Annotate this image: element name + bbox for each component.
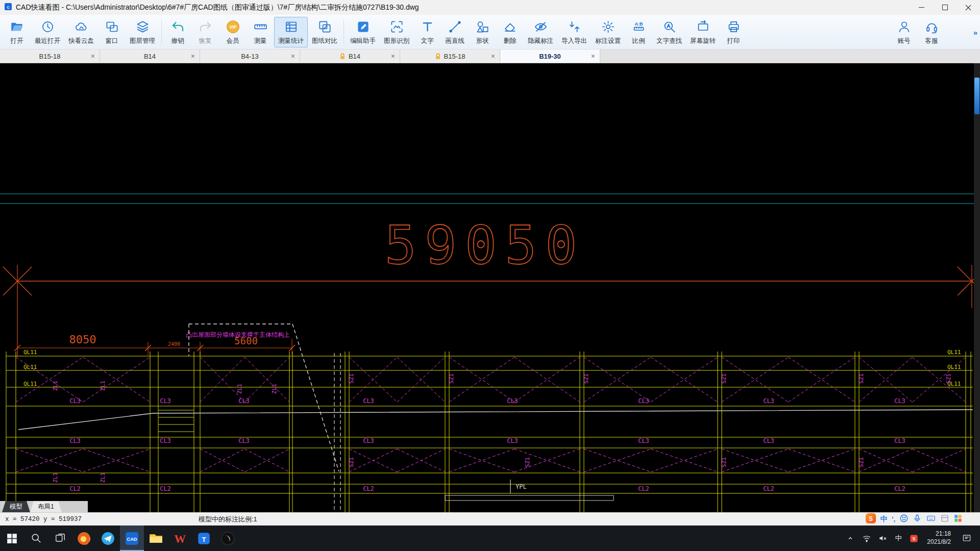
hidden-icons-chevron[interactable] (842, 534, 859, 543)
toolbar-label: 编辑助手 (350, 37, 376, 45)
ime-toolbox-icon[interactable] (953, 514, 963, 524)
doc-tab-B15-18[interactable]: B15-18× (400, 49, 500, 63)
vertical-scrollbar[interactable] (974, 63, 980, 512)
task-view-icon[interactable] (48, 525, 72, 551)
toolbar-separator (344, 20, 344, 44)
doc-tab-B4-13[interactable]: B4-13× (200, 49, 300, 63)
toolbar-vip-button[interactable]: VIP会员 (219, 17, 247, 47)
taskbar-app-wps[interactable]: W (168, 525, 192, 551)
toolbar-shape-button[interactable]: 形状 (469, 17, 496, 47)
app-window: C CAD快速看图 - C:\Users\Administrator\Deskt… (0, 0, 980, 551)
action-center-icon[interactable] (956, 533, 977, 543)
maximize-button[interactable] (933, 0, 957, 15)
sogou-tray-icon[interactable]: S (905, 534, 922, 543)
toolbar-measure-stats-button[interactable]: 测量统计 (274, 17, 308, 47)
toolbar-measure-button[interactable]: 测量 (247, 17, 274, 47)
layout-tab-布局1[interactable]: 布局1 (30, 501, 62, 512)
toolbar-cloud-button[interactable]: 快看云盘 (64, 17, 98, 47)
svg-text:SZ1: SZ1 (524, 457, 531, 467)
svg-text:CL3: CL3 (763, 437, 774, 444)
start-button[interactable] (0, 525, 24, 551)
drawing-canvas[interactable]: 59050805024005600凸出屋面部分墙体设支撑于主体结构上QL11QL… (0, 63, 980, 512)
toolbar-open-button[interactable]: 打开 (3, 17, 31, 47)
svg-text:QL11: QL11 (23, 349, 37, 356)
doc-tab-B14[interactable]: B14× (100, 49, 200, 63)
sogou-logo-icon[interactable]: S (865, 513, 876, 525)
toolbar-rotate-button[interactable]: 屏幕旋转 (686, 17, 720, 47)
toolbar-draw-line-button[interactable]: 画直线 (441, 17, 469, 47)
volume-muted-icon[interactable] (875, 533, 891, 543)
toolbar-label: 恢复 (199, 37, 212, 45)
ime-mic-icon[interactable] (913, 514, 922, 524)
svg-text:8050: 8050 (69, 333, 96, 346)
toolbar-text-button[interactable]: 文字 (413, 17, 441, 47)
taskbar-app-capcut[interactable] (216, 525, 240, 551)
toolbar-right-group: 账号客服 (890, 17, 945, 47)
cursor-coordinates: x = 57420 y = 519937 (5, 516, 82, 523)
toolbar-undo-button[interactable]: 撤销 (164, 17, 191, 47)
tab-close-icon[interactable]: × (591, 52, 595, 60)
tab-close-icon[interactable]: × (291, 52, 295, 60)
toolbar-overflow-chevron-icon[interactable]: » (973, 28, 977, 36)
svg-text:VIP: VIP (229, 24, 236, 29)
toolbar-scale-button[interactable]: A:B比例 (625, 17, 652, 47)
ime-punctuation-icon[interactable]: ’, (892, 515, 895, 523)
ime-keyboard-icon[interactable] (926, 514, 936, 524)
tab-close-icon[interactable]: × (91, 52, 95, 60)
toolbar-layers-button[interactable]: 图层管理 (126, 17, 159, 47)
taskbar-app-file-explorer[interactable] (144, 525, 168, 551)
measure-stats-icon (284, 20, 298, 36)
toolbar-label: 会员 (227, 37, 239, 45)
toolbar-window-button[interactable]: 窗口 (98, 17, 126, 47)
ime-language-indicator[interactable]: 中 (891, 534, 905, 543)
doc-tab-label: B14 (349, 53, 360, 60)
layout-tab-模型[interactable]: 模型 (2, 501, 30, 512)
toolbar-recognize-button[interactable]: 图形识别 (380, 17, 413, 47)
recent-icon (41, 20, 55, 36)
taskbar-search-icon[interactable] (24, 525, 48, 551)
toolbar-hide-anno-button[interactable]: 隐藏标注 (524, 17, 557, 47)
toolbar-redo-button[interactable]: 恢复 (191, 17, 219, 47)
toolbar-edit-assist-button[interactable]: 编辑助手 (346, 17, 380, 47)
account-icon (897, 20, 911, 36)
toolbar-find-text-button[interactable]: 文字查找 (652, 17, 686, 47)
svg-text:ZL1: ZL1 (100, 381, 106, 391)
svg-text:S: S (912, 536, 915, 541)
minimize-button[interactable] (910, 0, 933, 15)
toolbar-anno-settings-button[interactable]: 标注设置 (591, 17, 625, 47)
taskbar-app-cad-viewer[interactable]: CAD (120, 525, 144, 551)
ime-mode-indicator[interactable]: 中 (880, 515, 888, 524)
toolbar-label: 窗口 (106, 37, 118, 45)
taskbar-clock[interactable]: 21:182021/8/2 (922, 530, 956, 546)
scrollbar-thumb[interactable] (974, 78, 979, 114)
network-icon[interactable] (859, 533, 875, 543)
close-button[interactable] (957, 0, 980, 15)
svg-text:CL3: CL3 (238, 437, 250, 444)
tab-close-icon[interactable]: × (391, 52, 395, 60)
taskbar-app-tim[interactable]: T (192, 525, 216, 551)
toolbar-label: 删除 (504, 37, 517, 45)
toolbar-recent-button[interactable]: 最近打开 (31, 17, 64, 47)
taskbar-app-firefox[interactable] (72, 525, 96, 551)
doc-tab-B14[interactable]: B14× (300, 49, 400, 63)
tab-close-icon[interactable]: × (191, 52, 195, 60)
svg-text:2400: 2400 (168, 341, 180, 347)
doc-tab-B19-30[interactable]: B19-30× (500, 49, 600, 63)
toolbar-print-button[interactable]: 打印 (720, 17, 747, 47)
taskbar-app-messenger[interactable] (96, 525, 120, 551)
toolbar-import-export-button[interactable]: 导入导出 (557, 17, 591, 47)
svg-text:SZ1: SZ1 (721, 373, 727, 384)
tab-close-icon[interactable]: × (491, 52, 495, 60)
doc-tab-label: B4-13 (241, 53, 259, 60)
doc-tab-B15-18[interactable]: B15-18× (0, 49, 100, 63)
ime-skin-icon[interactable] (940, 514, 949, 524)
doc-tab-label: B19-30 (539, 53, 561, 60)
status-bar: x = 57420 y = 519937 模型中的标注比例:1 S中’, (0, 512, 980, 525)
toolbar-support-button[interactable]: 客服 (918, 17, 945, 47)
ime-emoji-icon[interactable] (899, 514, 909, 524)
toolbar-label: 打开 (11, 37, 23, 45)
toolbar-compare-button[interactable]: 图纸对比 (308, 17, 341, 47)
toolbar-account-button[interactable]: 账号 (890, 17, 918, 47)
toolbar-delete-button[interactable]: 删除 (496, 17, 524, 47)
svg-text:CL3: CL3 (638, 397, 649, 405)
